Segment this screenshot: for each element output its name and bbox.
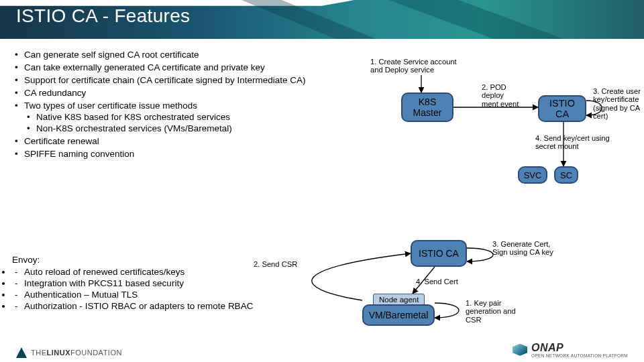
onap-icon: [513, 344, 527, 356]
envoy-section: Envoy: Auto reload of renewed certificat…: [12, 255, 294, 312]
bullet: SPIFFE naming convention: [12, 149, 307, 160]
bullet: Can take externally generated CA certifi…: [12, 62, 307, 74]
bullet-label: Two types of user certificate issue meth…: [24, 101, 197, 111]
sub-bullet: Non-K8S orchestrated services (VMs/Barem…: [24, 123, 307, 135]
arrow-keypair-csr: [435, 303, 459, 318]
node-istio-ca-mid: ISTIO CA: [411, 240, 467, 267]
node-vm-baremetal: VM/Baremetal: [362, 304, 435, 326]
slide-title: ISTIO CA - Features: [16, 5, 190, 27]
node-istio-ca-top: ISTIO CA: [538, 95, 586, 122]
sub-bullet: Native K8S based for K8S orchestrated se…: [24, 112, 307, 123]
node-svc: SVC: [518, 166, 547, 184]
label-step1: 1. Create Service account and Deploy ser…: [370, 58, 464, 74]
arrow-generate-cert: [467, 248, 493, 261]
arrow-send-cert: [413, 267, 435, 294]
label-step3: 3. Create user key/certificate (signed b…: [593, 87, 643, 120]
label-step4: 4. Send key/cert using secret mount: [535, 134, 616, 151]
onap-text: ONAP: [531, 342, 628, 354]
linux-foundation-text: THELINUXFOUNDATION: [31, 349, 122, 357]
envoy-heading: Envoy:: [12, 255, 294, 266]
onap-logo: ONAP OPEN NETWORK AUTOMATION PLATFORM: [513, 342, 628, 359]
envoy-item: Integration with PKCS11 based security: [12, 278, 294, 290]
node-agent-box: Node agent: [373, 294, 425, 306]
arrow-create-cert: [586, 101, 602, 115]
bullet: Can generate self signed CA root certifi…: [12, 50, 307, 61]
bullet: Certificate renewal: [12, 136, 307, 147]
bullet: Two types of user certificate issue meth…: [12, 101, 307, 135]
onap-subtext: OPEN NETWORK AUTOMATION PLATFORM: [531, 354, 628, 359]
label-keypair: 1. Key pair generation and CSR: [466, 299, 526, 324]
bullet: CA redundancy: [12, 88, 307, 99]
label-gen-cert: 3. Generate Cert, Sign using CA key: [492, 240, 559, 257]
label-step2: 2. POD deploy ment event: [482, 83, 519, 108]
slide-footer: THELINUXFOUNDATION ONAP OPEN NETWORK AUT…: [0, 341, 644, 358]
node-k8s-master: K8S Master: [401, 93, 453, 122]
label-send-cert: 4. Send Cert: [416, 278, 463, 286]
feature-bullet-list: Can generate self signed CA root certifi…: [12, 50, 307, 162]
linux-foundation-icon: [16, 347, 27, 358]
title-band: ISTIO CA - Features: [0, 0, 644, 39]
node-sc: SC: [554, 166, 578, 184]
linux-foundation-logo: THELINUXFOUNDATION: [16, 347, 122, 358]
envoy-item: Authentication – Mutual TLS: [12, 290, 294, 301]
envoy-item: Auto reload of renewed certificates/keys: [12, 267, 294, 278]
arrow-send-csr: [312, 253, 411, 300]
envoy-item: Authorization - ISTIO RBAC or adapters t…: [12, 301, 294, 312]
bullet: Support for certificate chain (CA certif…: [12, 75, 307, 86]
